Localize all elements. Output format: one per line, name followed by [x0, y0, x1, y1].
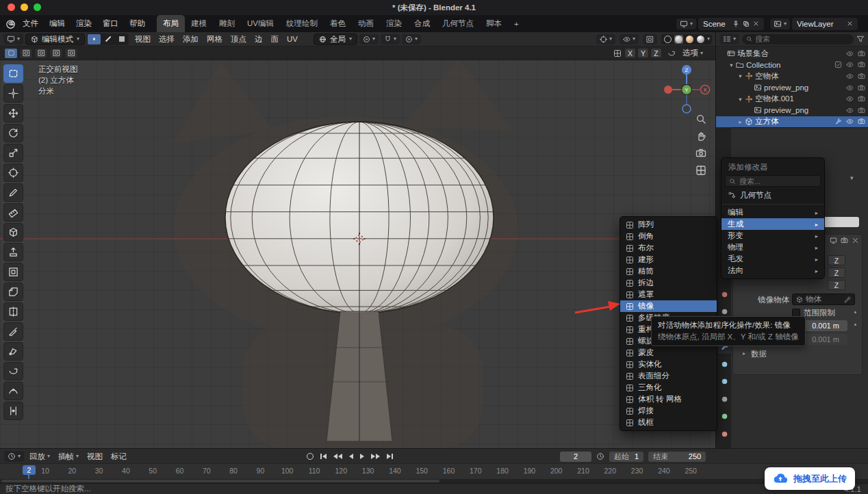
mirror-axis-toggle[interactable]: X [624, 48, 636, 58]
vertex-select-mode-button[interactable] [88, 34, 101, 44]
scene-name-field[interactable]: Scene [698, 18, 764, 30]
axis-z-toggle[interactable]: Z [828, 280, 845, 290]
modifier-category[interactable]: 物理 ▸ [722, 242, 824, 253]
modifier-category[interactable]: 法向 ▸ [722, 265, 824, 276]
menubar-menu[interactable]: 文件 [17, 16, 44, 31]
outliner-row[interactable]: ▾ Collection [716, 60, 868, 71]
viewport-3d[interactable]: 正交前视图(2) 立方体分米 Z X Y [0, 60, 715, 448]
mirror-axis-toggle[interactable]: Z [650, 48, 662, 58]
tool-bevel[interactable] [3, 283, 23, 301]
navigation-gizmo[interactable]: Z X Y [659, 62, 714, 117]
modifier-item[interactable]: 表面细分 [620, 370, 717, 382]
close-modifier-icon[interactable] [852, 237, 859, 244]
wireframe-shading-button[interactable] [663, 35, 672, 44]
tool-knife[interactable] [3, 322, 23, 341]
tool-select-box[interactable] [3, 64, 23, 83]
play-button[interactable] [359, 452, 366, 460]
properties-tab-material[interactable] [717, 427, 731, 441]
modifier-item[interactable]: 布尔 [620, 242, 717, 254]
hide-eye-icon[interactable] [846, 118, 854, 125]
data-section-label[interactable]: 数据 [751, 349, 767, 359]
mode-dropdown[interactable]: 编辑模式 ▾ [25, 34, 85, 45]
select-mode-set-button[interactable] [4, 48, 18, 59]
panel-chevron-icon[interactable]: ▾ [850, 175, 854, 181]
modifier-item[interactable]: 体积 转 网格 [620, 393, 717, 405]
transform-orientation-dropdown[interactable]: 全局 ▾ [314, 34, 357, 45]
upload-overlay-button[interactable]: 拖拽至此上传 [765, 467, 855, 490]
snapping-dropdown[interactable]: ▾ [381, 34, 400, 44]
expand-icon[interactable]: ▾ [737, 96, 744, 103]
next-keyframe-button[interactable] [370, 452, 381, 460]
filter-icon[interactable] [856, 35, 865, 43]
solid-shading-button[interactable] [674, 35, 683, 44]
close-icon[interactable] [847, 21, 853, 27]
expand-icon[interactable]: ▸ [737, 118, 744, 125]
auto-keying-toggle[interactable] [305, 452, 315, 461]
modifier-item[interactable]: 倒角 [620, 231, 717, 242]
viewport-canvas[interactable] [0, 60, 715, 448]
timeline-menu[interactable]: 插帧 ▾ [54, 450, 83, 463]
workspace-tab[interactable]: 动画 [352, 15, 380, 32]
workspace-tab[interactable]: 几何节点 [436, 15, 480, 32]
camera-view-icon[interactable] [695, 148, 706, 159]
jump-to-end-button[interactable] [385, 452, 394, 460]
close-window-button[interactable] [8, 3, 15, 11]
rendered-shading-button[interactable] [696, 35, 705, 44]
animate-dot-icon[interactable] [854, 311, 856, 313]
select-mode-invert-button[interactable] [49, 48, 63, 59]
tool-cursor[interactable] [3, 84, 23, 103]
pin-icon[interactable] [732, 21, 739, 27]
hide-eye-icon[interactable] [846, 73, 854, 80]
timeline-editor-type-button[interactable]: ▾ [4, 451, 24, 462]
disable-render-icon[interactable] [858, 73, 865, 80]
modifier-item[interactable]: 实体化 [620, 359, 717, 370]
workspace-tab[interactable]: 雕刻 [213, 15, 241, 32]
zoom-window-button[interactable] [34, 3, 41, 11]
xray-toggle[interactable] [643, 34, 657, 44]
timeline-ruler[interactable]: 2 10203040506070809010011012013014015016… [0, 463, 868, 479]
menubar-menu[interactable]: 渲染 [71, 16, 97, 31]
tool-poly-build[interactable] [3, 342, 23, 361]
tool-move[interactable] [3, 104, 23, 122]
timeline-menu[interactable]: 标记 [107, 450, 131, 463]
eyedropper-icon[interactable] [844, 296, 851, 303]
expand-icon[interactable]: ▾ [737, 73, 744, 79]
workspace-tab[interactable]: UV编辑 [241, 15, 280, 32]
disable-render-icon[interactable] [858, 107, 865, 114]
select-mode-extend-button[interactable] [19, 48, 33, 59]
checkbox-icon[interactable] [834, 61, 842, 68]
viewport-menu[interactable]: 添加 [179, 33, 203, 46]
outliner-row[interactable]: ▸ 立方体 [716, 116, 868, 127]
timeline-menu[interactable]: 回放 ▾ [25, 450, 54, 463]
hide-eye-icon[interactable] [846, 107, 854, 114]
animate-dot-icon[interactable] [854, 324, 856, 326]
merge-threshold-field[interactable]: 0.001 m [804, 320, 847, 331]
viewport-menu[interactable]: 选择 [155, 33, 179, 46]
modifier-category[interactable]: 形变 ▸ [722, 230, 824, 242]
outliner-row[interactable]: ▾ 空物体 [716, 70, 868, 82]
modifier-category[interactable]: 编辑 ▸ [722, 207, 824, 218]
modifier-item[interactable]: 建形 [620, 254, 717, 265]
timeline-menu[interactable]: 视图 [83, 450, 107, 463]
tool-edge-slide[interactable] [3, 402, 23, 420]
viewport-menu[interactable]: 视图 [131, 33, 155, 46]
select-mode-intersect-button[interactable] [64, 48, 78, 59]
viewport-menu[interactable]: UV [283, 33, 302, 46]
modifier-item[interactable]: 三角化 [620, 382, 717, 393]
workspace-tab[interactable]: 渲染 [380, 15, 408, 32]
modifier-item[interactable]: 蒙皮 [620, 347, 717, 359]
tool-rotate[interactable] [3, 124, 23, 142]
modifier-category[interactable]: 生成 ▸ [722, 218, 824, 230]
tool-measure[interactable] [3, 203, 23, 222]
outliner-row[interactable]: preview_png [716, 105, 868, 116]
expand-icon[interactable]: ▾ [728, 62, 735, 68]
viewlayer-browse-button[interactable]: ▾ [770, 18, 790, 29]
hide-eye-icon[interactable] [846, 84, 854, 92]
new-scene-icon[interactable] [743, 21, 750, 27]
select-mode-subtract-button[interactable] [34, 48, 48, 59]
modifier-search-input[interactable] [739, 177, 817, 185]
outliner-row[interactable]: 场景集合 [716, 48, 868, 60]
modifier-item[interactable]: 遮罩 [620, 289, 717, 300]
workspace-tab[interactable]: + [508, 15, 525, 32]
tool-inset-faces[interactable] [3, 263, 23, 281]
